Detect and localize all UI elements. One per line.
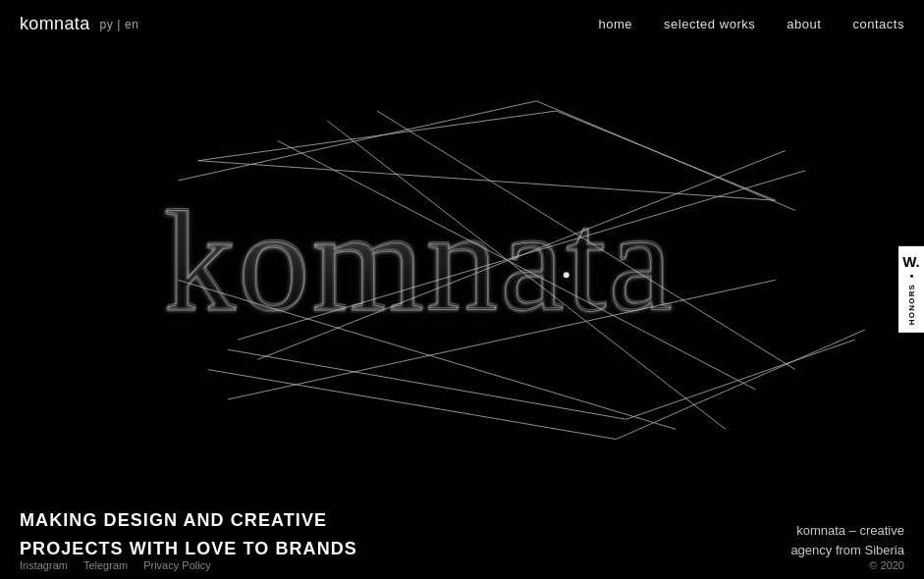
awwwards-honors-label: Honors — [907, 284, 916, 325]
footer: Instagram Telegram Privacy Policy © 2020 — [0, 552, 924, 579]
svg-line-7 — [208, 370, 617, 440]
nav-about[interactable]: about — [787, 17, 821, 31]
footer-instagram[interactable]: Instagram — [20, 559, 68, 571]
svg-line-6 — [626, 340, 855, 419]
svg-line-3 — [178, 101, 536, 181]
main-nav: home selected works about contacts — [598, 17, 904, 31]
footer-telegram[interactable]: Telegram — [83, 559, 128, 571]
footer-privacy[interactable]: Privacy Policy — [143, 559, 210, 571]
footer-links: Instagram Telegram Privacy Policy — [20, 559, 211, 571]
svg-text:komnata: komnata — [164, 180, 675, 340]
awwwards-dot — [910, 275, 913, 278]
nav-home[interactable]: home — [598, 17, 632, 31]
tagline-line1: MAKING DESIGN AND CREATIVE — [20, 509, 357, 532]
hero-section: komnata komnata komnata komnata komnata — [0, 0, 924, 579]
awwwards-w-letter: W. — [902, 254, 920, 269]
komnata-3d-visual: komnata komnata komnata komnata komnata — [79, 49, 875, 461]
logo: komnata — [20, 14, 90, 34]
copyright: © 2020 — [869, 559, 904, 571]
svg-line-5 — [228, 349, 626, 419]
awwwards-tab[interactable]: W. Honors — [898, 246, 924, 333]
svg-line-0 — [198, 111, 557, 161]
nav-selected-works[interactable]: selected works — [664, 17, 755, 31]
nav-contacts[interactable]: contacts — [852, 17, 904, 31]
lang-switcher[interactable]: ру | en — [100, 18, 139, 31]
